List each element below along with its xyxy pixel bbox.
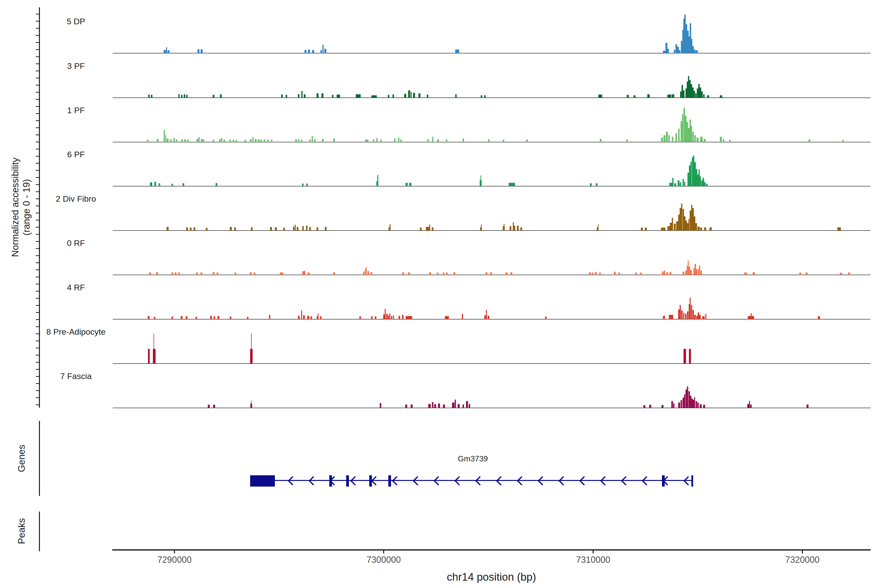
signal-bar — [251, 400, 252, 408]
signal-bar — [750, 405, 752, 408]
signal-bar — [627, 95, 628, 98]
x-axis-tick-label: 7290000 — [145, 555, 204, 565]
signal-bar — [690, 270, 692, 275]
track-baseline — [113, 98, 870, 98]
signal-bar — [380, 140, 382, 142]
signal-bar — [687, 311, 688, 319]
signal-bar — [391, 316, 392, 319]
signal-bar — [213, 272, 214, 275]
signal-bar — [700, 270, 702, 275]
signal-bar — [427, 139, 429, 142]
signal-bar — [408, 272, 410, 275]
signal-bar — [837, 227, 841, 231]
gene-strand-arrow-icon — [454, 476, 464, 485]
y-axis-tick — [36, 348, 39, 348]
signal-bar — [302, 271, 304, 275]
track-label-6-pf: 6 PF — [15, 150, 137, 159]
signal-bar — [635, 273, 637, 275]
signal-bar — [690, 298, 691, 319]
signal-bar — [432, 137, 434, 142]
y-axis-tick — [36, 340, 39, 341]
signal-bar — [304, 50, 306, 53]
signal-bar — [402, 315, 404, 319]
signal-bar — [404, 94, 406, 98]
y-axis-tick — [36, 78, 39, 78]
gene-strand-arrow-icon — [621, 476, 630, 485]
signal-bar — [275, 227, 277, 231]
signal-bar — [690, 162, 692, 186]
signal-bar — [455, 400, 456, 408]
signal-bar — [840, 273, 842, 275]
signal-bar — [183, 183, 184, 186]
gene-strand-arrow-icon — [412, 476, 422, 485]
signal-bar — [753, 272, 755, 275]
signal-bar — [325, 227, 327, 231]
y-axis-tick — [36, 383, 39, 384]
y-axis-tick — [36, 120, 39, 121]
signal-bar — [389, 314, 390, 319]
gene-strand-arrow-icon — [475, 476, 484, 485]
signal-bar — [705, 314, 706, 319]
y-axis-tick — [36, 85, 39, 86]
signal-bar — [298, 139, 299, 142]
signal-bar — [394, 139, 395, 142]
signal-bar — [375, 316, 376, 319]
signal-bar — [157, 139, 159, 142]
signal-bar — [702, 316, 705, 319]
signal-bar — [154, 182, 156, 186]
signal-bar — [808, 140, 810, 142]
signal-bar — [187, 140, 189, 142]
gene-strand-arrow-icon — [579, 476, 588, 485]
signal-bar — [302, 226, 304, 231]
y-axis-tick — [36, 135, 39, 135]
signal-bar — [147, 140, 148, 142]
signal-bar — [337, 94, 340, 98]
gene-name-label: Gm3739 — [424, 454, 522, 463]
signal-bar — [661, 138, 663, 142]
signal-bar — [682, 114, 683, 142]
signal-bar — [694, 135, 696, 142]
signal-bar — [413, 93, 415, 98]
y-axis-tick — [36, 142, 39, 142]
signal-bar — [295, 140, 297, 142]
signal-bar — [359, 316, 361, 319]
signal-bar — [645, 228, 647, 231]
signal-bar — [848, 273, 850, 275]
signal-bar — [196, 139, 198, 142]
signal-bar — [455, 50, 459, 53]
y-axis-tick — [36, 270, 39, 270]
track-label-1-pf: 1 PF — [15, 105, 137, 115]
signal-bar — [324, 49, 326, 53]
y-axis-tick — [36, 298, 39, 298]
signal-bar — [267, 140, 268, 142]
signal-bar — [195, 317, 197, 319]
track-label-4-rf: 4 RF — [15, 282, 137, 292]
signal-bar — [699, 315, 701, 319]
signal-bar — [687, 386, 688, 408]
signal-bar — [371, 95, 377, 98]
signal-bar — [691, 305, 692, 319]
signal-bar — [224, 140, 225, 142]
signal-bar — [427, 94, 428, 98]
signal-bar — [400, 140, 402, 142]
signal-bar — [462, 314, 463, 319]
signal-bar — [689, 349, 691, 364]
signal-bar — [165, 135, 166, 142]
gene-strand-arrow-icon — [392, 476, 401, 485]
signal-bar — [244, 140, 246, 142]
signal-bar — [271, 140, 273, 142]
signal-bar — [696, 50, 698, 53]
signal-bar — [749, 401, 750, 408]
signal-bar — [295, 225, 296, 231]
signal-bar — [150, 182, 152, 186]
peaks-axis-line — [39, 512, 40, 551]
signal-bar — [452, 402, 454, 408]
signal-bar — [703, 94, 705, 98]
signal-bar — [600, 139, 602, 142]
y-axis-tick — [36, 262, 39, 263]
signal-bar — [420, 228, 422, 231]
signal-bar — [270, 227, 272, 231]
signal-bar — [181, 316, 183, 319]
signal-bar — [159, 183, 160, 186]
track-label-2-div-fibro: 2 Div Fibro — [15, 194, 137, 204]
